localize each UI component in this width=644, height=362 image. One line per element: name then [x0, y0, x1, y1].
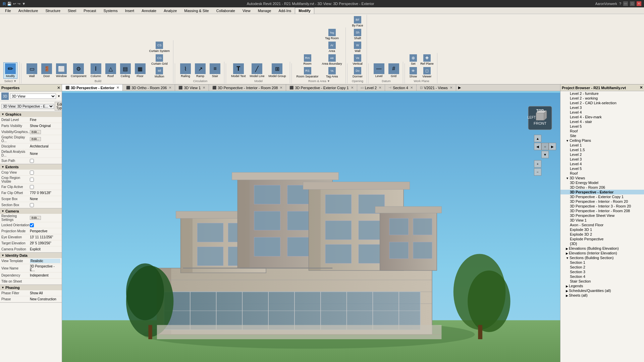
tree-level4-elev[interactable]: Level 4 - Elev-mark	[560, 115, 644, 119]
model-group-btn[interactable]: ⊞ Model Group	[267, 62, 287, 79]
help-btn[interactable]: ?	[619, 2, 621, 6]
tree-3d-view-1[interactable]: 3D View 1	[560, 218, 644, 223]
shaft-btn[interactable]: Sh Shaft	[351, 28, 365, 41]
view-tab-int-208[interactable]: ⬛ 3D Perspective - Interior - Room 208 ✕	[209, 84, 286, 91]
curtain-system-btn[interactable]: CS Curtain System	[148, 41, 171, 53]
tab-annotate[interactable]: Annotate	[138, 7, 160, 14]
tab-massing[interactable]: Massing & Site	[180, 7, 212, 14]
grid-btn[interactable]: # Grid	[387, 62, 401, 79]
tab-insert[interactable]: Insert	[121, 7, 138, 14]
tree-3d-pers-sheet[interactable]: 3D Perspective Sheet View	[560, 213, 644, 218]
tree-3d-pers-int-20[interactable]: 3D Perspective - Interior - Room 20	[560, 199, 644, 204]
tree-explode-pers[interactable]: Explode Perspective	[560, 237, 644, 241]
tree-axon-second[interactable]: Axon - Second Floor	[560, 223, 644, 227]
graphics-section-header[interactable]: ▼ Graphics	[0, 112, 62, 117]
tab-close-section4[interactable]: ✕	[410, 86, 413, 89]
tree-level2-working[interactable]: Level 2 - working	[560, 96, 644, 101]
quick-access-redo[interactable]: ↪	[17, 2, 20, 6]
tab-precast[interactable]: Precast	[80, 7, 100, 14]
tab-close-3d-ortho[interactable]: ✕	[169, 86, 171, 89]
view-tab-v2021[interactable]: ⊡ V2021 - Views ✕	[417, 84, 456, 91]
camera-section-header[interactable]: ▼ Camera	[0, 208, 62, 214]
close-btn[interactable]: ✕	[637, 1, 641, 6]
tree-3d-energy[interactable]: 3D Energy Model	[560, 180, 644, 185]
room-separator-btn[interactable]: RS Room Separator	[295, 66, 320, 79]
tree-ceiling-l15[interactable]: Level 1.5	[560, 147, 644, 152]
tab-modify[interactable]: Modify	[295, 7, 314, 14]
tree-3d-pers-ext-copy[interactable]: 3D Perspective - Exterior Copy 1	[560, 194, 644, 199]
tab-close-level2[interactable]: ✕	[379, 86, 381, 89]
tab-view[interactable]: View	[239, 7, 254, 14]
rendering-settings-btn[interactable]: Edit...	[30, 216, 41, 220]
sun-path-checkbox[interactable]	[30, 159, 34, 163]
tab-close-3d-ext[interactable]: ✕	[116, 86, 119, 89]
phasing-section-header[interactable]: ▼ Phasing	[0, 285, 62, 290]
crop-region-checkbox[interactable]	[30, 178, 34, 182]
tab-file[interactable]: File	[1, 7, 15, 14]
ref-plane-btn[interactable]: ✚ Ref Plane	[419, 54, 435, 66]
area-boundary-btn[interactable]: AB Area Boundary	[321, 54, 343, 66]
tree-3d-pers-ext[interactable]: 3D Perspective - Exterior	[560, 190, 644, 194]
tree-level2-furniture[interactable]: Level 2 - furniture	[560, 91, 644, 96]
edit-type-btn[interactable]: Edit Type	[55, 102, 62, 111]
tree-ceiling-l5[interactable]: Level 5	[560, 166, 644, 171]
tree-ceiling-roof[interactable]: Roof	[560, 171, 644, 176]
tree-level4[interactable]: Level 4	[560, 110, 644, 115]
tree-3d-pers-int3[interactable]: 3D Perspective - Interior 3 - Room 20	[560, 204, 644, 208]
tag-room-btn[interactable]: Tag Tag Room	[321, 28, 343, 41]
curtain-grid-btn[interactable]: CG Curtain Grid	[148, 54, 171, 66]
tree-level2-cad[interactable]: Level 2 - CAD Link-selection	[560, 101, 644, 105]
tree-explode-3d-1[interactable]: Explode 3D 1	[560, 227, 644, 232]
wall-opening-btn[interactable]: W Wall	[351, 41, 365, 53]
view-tabs-arrow[interactable]: ▶	[456, 84, 463, 91]
level-btn[interactable]: — Level	[372, 62, 386, 79]
nav-down-btn[interactable]: ▼	[541, 151, 549, 158]
tree-stair-section[interactable]: Stair Section	[560, 279, 644, 284]
component-btn[interactable]: ⚙ Component	[69, 62, 88, 79]
tree-ceiling-l4[interactable]: Level 4	[560, 162, 644, 166]
window-btn[interactable]: ⬜ Window	[54, 62, 68, 79]
tree-section-2[interactable]: Section 2	[560, 265, 644, 269]
show-btn[interactable]: 👁 Show	[408, 66, 419, 79]
tree-site[interactable]: Site	[560, 133, 644, 138]
tab-close-3dv1[interactable]: ✕	[203, 86, 205, 89]
vertical-btn[interactable]: Ve Vertical	[351, 54, 365, 66]
dormer-btn[interactable]: Do Dormer	[351, 66, 365, 79]
tree-ceiling-plans[interactable]: ▼Ceiling Plans	[560, 138, 644, 143]
tab-close-int208[interactable]: ✕	[280, 86, 282, 89]
nav-zoom-out-btn[interactable]: −	[534, 168, 541, 176]
mullion-btn[interactable]: Ml Mullion	[148, 66, 171, 79]
tab-addins[interactable]: Add-Ins	[275, 7, 295, 14]
tab-close-extcopy[interactable]: ✕	[351, 86, 354, 89]
floor-btn[interactable]: ▦ Floor	[133, 62, 147, 79]
viewer-btn[interactable]: ◻ Viewer	[419, 66, 435, 79]
view-type-dropdown[interactable]: 3D View	[10, 94, 56, 99]
crop-view-checkbox[interactable]	[30, 171, 34, 175]
roof-btn[interactable]: △ Roof	[104, 62, 118, 79]
tree-level4-stair[interactable]: Level 4 - stair	[560, 119, 644, 124]
view-tab-section4[interactable]: ⊣ Section 4 ✕	[385, 84, 417, 91]
area-btn[interactable]: Ar Area	[321, 41, 343, 53]
view-name-select[interactable]: 3D View: 3D Perspective - E...	[1, 104, 54, 109]
by-face-btn[interactable]: BF By Face	[351, 15, 365, 28]
tree-level5a[interactable]: Level 5	[560, 124, 644, 129]
tab-structure[interactable]: Structure	[42, 7, 64, 14]
wall-btn[interactable]: ▭ Wall	[25, 62, 39, 79]
tab-systems[interactable]: Systems	[100, 7, 121, 14]
tree-section-3[interactable]: Section 3	[560, 269, 644, 274]
tree-ceiling-l2[interactable]: Level 2	[560, 152, 644, 157]
stair-btn[interactable]: ≡ Stair	[208, 62, 222, 79]
tree-sheets[interactable]: ▶Sheets (all)	[560, 293, 644, 298]
nav-wheel[interactable]: ▲ ◀ ○ ▶ ▼ + −	[534, 135, 556, 176]
model-line-btn[interactable]: ╱ Model Line	[248, 62, 266, 79]
door-btn[interactable]: 🚪 Door	[40, 62, 54, 79]
model-text-btn[interactable]: T Model Text	[229, 62, 247, 79]
tree-section-4[interactable]: Section 4	[560, 274, 644, 279]
tab-architecture[interactable]: Architecture	[15, 7, 42, 14]
quick-access-save[interactable]: 💾	[7, 2, 12, 6]
tree-level3a[interactable]: Level 3	[560, 105, 644, 110]
view-tab-3d-perspective-exterior[interactable]: ⬛ 3D Perspective - Exterior ✕	[62, 84, 123, 91]
tree-sections-building[interactable]: ▼Sections (Building Section)	[560, 255, 644, 260]
tag-area-btn[interactable]: TA Tag Area	[321, 66, 343, 79]
nav-left-btn[interactable]: ◀	[534, 143, 541, 150]
